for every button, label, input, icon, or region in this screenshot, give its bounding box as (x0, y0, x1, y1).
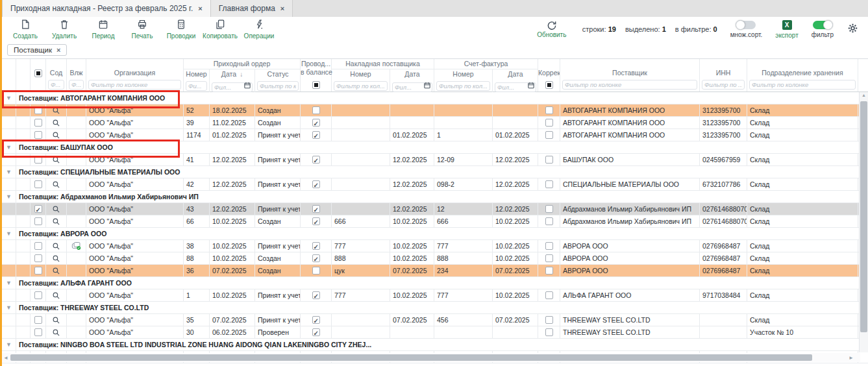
open-record-button[interactable] (46, 240, 67, 252)
group-expander[interactable]: ▼ (2, 302, 16, 313)
correction-checkbox[interactable] (545, 217, 553, 225)
group-expander[interactable]: ▼ (2, 191, 16, 202)
row-checkbox[interactable] (34, 205, 42, 213)
correction-checkbox[interactable] (545, 180, 553, 188)
tab-close-icon[interactable]: × (280, 5, 284, 12)
table-row[interactable]: ООО "Альфа"3810.02.2025Принят к учету777… (2, 240, 868, 252)
print-button[interactable]: Печать (123, 19, 162, 40)
open-record-button[interactable] (46, 178, 67, 190)
refresh-button[interactable]: Обновить (534, 20, 569, 38)
posted-checkbox[interactable] (312, 242, 320, 250)
correction-checkbox[interactable] (545, 291, 553, 299)
table-row[interactable]: ООО "Альфа"4312.02.2025Принят к учету12.… (2, 203, 868, 215)
open-record-button[interactable] (46, 104, 67, 116)
correction-filter-checkbox[interactable] (545, 81, 553, 89)
supplier-filter-input[interactable] (562, 80, 697, 90)
facture-number-filter-input[interactable] (436, 81, 490, 91)
scroll-right-icon[interactable]: ► (849, 355, 854, 361)
open-record-button[interactable] (46, 252, 67, 264)
filter-toggle[interactable] (813, 21, 832, 29)
open-record-button[interactable] (46, 326, 67, 338)
inn-filter-input[interactable] (702, 80, 745, 90)
settings-button[interactable] (847, 22, 859, 37)
horizontal-scrollbar-thumb[interactable] (10, 354, 812, 361)
posted-checkbox[interactable] (312, 267, 320, 274)
posted-checkbox[interactable] (312, 131, 320, 139)
row-checkbox[interactable] (34, 291, 42, 299)
receipt-number-filter-input[interactable] (186, 81, 207, 91)
group-expander[interactable]: ▼ (2, 92, 16, 104)
correction-checkbox[interactable] (545, 328, 553, 336)
table-row[interactable]: ООО "Альфа"5218.02.2025СозданАВТОГАРАНТ … (2, 104, 868, 117)
row-checkbox[interactable] (34, 328, 42, 336)
row-checkbox[interactable] (34, 106, 42, 114)
multisort-toggle[interactable] (736, 21, 756, 29)
create-button[interactable]: Создать (6, 19, 45, 40)
open-record-button[interactable] (46, 265, 67, 276)
group-expander[interactable]: ▼ (2, 228, 16, 239)
table-row[interactable]: ООО "Альфа"6610.02.2025Создан66610.02.20… (2, 215, 868, 228)
chip-close-icon[interactable]: × (56, 46, 60, 54)
correction-checkbox[interactable] (545, 205, 553, 213)
operations-button[interactable]: Операции (240, 19, 279, 40)
posted-checkbox[interactable] (312, 217, 320, 225)
organization-filter-input[interactable] (88, 80, 181, 90)
tab-close-icon[interactable]: × (198, 5, 202, 12)
posted-checkbox[interactable] (312, 119, 320, 127)
posted-filter-checkbox[interactable] (312, 81, 320, 89)
delete-button[interactable]: Удалить (45, 19, 84, 40)
open-record-button[interactable] (46, 289, 67, 301)
period-button[interactable]: Период (84, 19, 123, 40)
correction-checkbox[interactable] (545, 119, 553, 127)
correction-checkbox[interactable] (545, 156, 553, 164)
row-checkbox[interactable] (34, 156, 42, 164)
group-expander[interactable]: ▼ (2, 166, 16, 178)
row-checkbox[interactable] (34, 242, 42, 250)
select-all-checkbox[interactable] (34, 69, 42, 77)
open-record-button[interactable] (46, 314, 67, 326)
table-row[interactable]: ООО "Альфа"3911.02.2025СозданАВТОГАРАНТ … (2, 117, 868, 129)
row-checkbox[interactable] (34, 180, 42, 188)
posted-checkbox[interactable] (312, 254, 320, 262)
table-row[interactable]: ООО "Альфа"117401.02.2025Принят к учету0… (2, 129, 868, 141)
correction-checkbox[interactable] (545, 106, 553, 114)
tab-main-form[interactable]: Главная форма × (211, 0, 293, 17)
row-checkbox[interactable] (34, 316, 42, 324)
row-checkbox[interactable] (34, 254, 42, 262)
vlozh-filter-input[interactable] (69, 80, 84, 90)
row-checkbox[interactable] (34, 267, 42, 274)
export-button[interactable]: X экспорт (775, 20, 799, 39)
posted-checkbox[interactable] (312, 328, 320, 336)
horizontal-scrollbar[interactable]: ◄ ► (2, 353, 860, 362)
open-record-button[interactable] (46, 215, 67, 227)
posted-checkbox[interactable] (312, 316, 320, 324)
open-record-button[interactable] (46, 154, 67, 165)
posted-checkbox[interactable] (312, 180, 320, 188)
table-row[interactable]: ООО "Альфа"4112.02.2025Принят к учету12.… (2, 154, 868, 166)
scroll-left-icon[interactable]: ◄ (3, 355, 8, 361)
table-row[interactable]: ООО "Альфа"8810.02.2025Создан88810.02.20… (2, 252, 868, 265)
table-row[interactable]: ООО "Альфа"4212.02.2025Принят к учету12.… (2, 178, 868, 191)
group-expander[interactable]: ▼ (2, 277, 16, 289)
status-filter-input[interactable] (257, 81, 299, 91)
correction-checkbox[interactable] (545, 254, 553, 262)
group-expander[interactable]: ▼ (2, 339, 16, 350)
col-receipt-date[interactable]: Дата↓ (210, 69, 255, 93)
postings-button[interactable]: Проводки (162, 19, 201, 40)
table-row[interactable]: ООО "Альфа"3006.02.2025ПроверенTHREEWAY … (2, 326, 868, 339)
posted-checkbox[interactable] (312, 106, 320, 114)
vertical-scrollbar-thumb[interactable] (860, 101, 867, 332)
sort-desc-icon[interactable]: ↓ (240, 71, 243, 78)
tab-receipt-register[interactable]: Приходная накладная - Реестр за февраль … (2, 0, 211, 17)
scroll-up-icon[interactable]: ▲ (860, 93, 868, 97)
vertical-scrollbar[interactable]: ▲ (859, 92, 868, 352)
table-row[interactable]: ООО "Альфа"110.02.2025Принят к учету7771… (2, 289, 868, 302)
correction-checkbox[interactable] (545, 267, 553, 274)
row-checkbox[interactable] (34, 119, 42, 127)
posted-checkbox[interactable] (312, 291, 320, 299)
sod-filter-input[interactable] (48, 80, 64, 90)
correction-checkbox[interactable] (545, 131, 553, 139)
correction-checkbox[interactable] (545, 242, 553, 250)
table-row[interactable]: ООО "Альфа"3507.02.2025Принят к учету07.… (2, 314, 868, 326)
row-checkbox[interactable] (34, 217, 42, 225)
